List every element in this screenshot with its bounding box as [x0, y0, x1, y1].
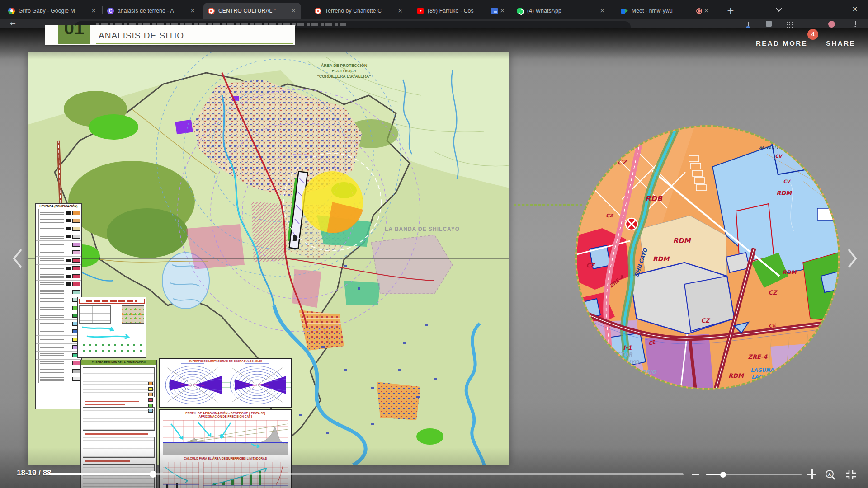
summary-table-1 [83, 367, 155, 397]
apps-grid-icon[interactable] [786, 21, 793, 28]
wind-box-title: SUPERFICIES LIMITADORAS DE OBSTÁCULOS (S… [160, 359, 291, 362]
browser-tab[interactable]: Terreno by Charlotte C× [310, 3, 408, 19]
legend-title: LEYENDA (ZONIFICACIÓN) [36, 204, 81, 209]
picture-in-picture-icon [491, 8, 498, 14]
page-scrubber[interactable] [48, 473, 684, 475]
flow-arrows [78, 324, 146, 342]
legend-row [36, 296, 81, 305]
legend-row [36, 375, 81, 384]
flow-diagram-table [79, 305, 111, 324]
district-label: LA BANDA DE SHILCAYO [385, 226, 460, 232]
browser-tab[interactable]: Canalasis de terreno - A× [103, 3, 200, 19]
tab-close-button[interactable]: × [498, 7, 506, 15]
extensions-icon[interactable] [766, 21, 772, 27]
browser-tab-bar: Grifo Gaby - Google M×Canalasis de terre… [0, 0, 868, 19]
section-number-badge: 01 [58, 25, 90, 44]
zone-label: RDB [645, 194, 662, 203]
notification-badge: 4 [807, 29, 818, 40]
legend-rows [36, 209, 81, 383]
tab-title: Grifo Gaby - Google M [19, 8, 87, 14]
zone-label: RDM [776, 190, 792, 197]
page-scrubber-thumb[interactable] [150, 471, 156, 478]
window-close-button[interactable]: × [844, 0, 865, 18]
legend-row [36, 320, 81, 328]
legend-swatch [72, 282, 80, 286]
zone-label: RDM [728, 372, 744, 379]
page-scrubber-fill [48, 473, 152, 475]
search-zoom-icon[interactable]: A [825, 469, 836, 481]
title-underline [96, 43, 293, 44]
legend-swatch [72, 361, 80, 365]
browser-tab[interactable]: Grifo Gaby - Google M× [4, 3, 101, 19]
next-page-arrow[interactable] [846, 247, 859, 270]
tab-divider [512, 6, 512, 14]
svg-text:A: A [828, 472, 831, 477]
profile-avatar[interactable] [828, 21, 835, 28]
tab-title: Meet - nmw-ywu [632, 8, 692, 14]
youtube-favicon [417, 8, 424, 14]
legend-row [36, 249, 81, 257]
zone-label: ATUMUYO [609, 359, 639, 366]
legend-swatch [72, 227, 80, 231]
legend-row [36, 281, 81, 289]
bottom-gradient-scrim [0, 447, 868, 488]
legend-swatch [72, 243, 80, 247]
legend-swatch [72, 266, 80, 270]
site-analysis-map-page: ÁREA DE PROTECCIÓN ECOLÓGICA "CORDILLERA… [28, 52, 509, 465]
vegetation-dots [80, 342, 144, 354]
legend-row [36, 344, 81, 352]
zoom-connector-line [514, 204, 582, 206]
zoom-slider-thumb[interactable] [720, 472, 726, 478]
issuu-favicon [208, 8, 215, 14]
letter-c-favicon: C [107, 8, 114, 14]
browser-tab[interactable]: Meet - nmw-ywu× [616, 3, 714, 19]
legend-swatch [72, 377, 80, 381]
tab-close-button[interactable]: × [90, 7, 98, 15]
zone-label: RDM [782, 269, 796, 276]
browser-tab[interactable]: (89) Farruko - Cos× [412, 3, 510, 19]
zoom-in-button[interactable] [807, 469, 816, 479]
previous-page-arrow[interactable] [11, 247, 24, 270]
summary-table-2 [83, 407, 155, 431]
zoom-out-button[interactable] [692, 474, 699, 475]
browser-tab[interactable]: (4) WhatsApp× [512, 3, 610, 19]
legend-row [36, 312, 81, 320]
back-button[interactable]: ← [10, 19, 16, 28]
tab-close-button[interactable]: × [702, 7, 710, 15]
flow-diagram-minimap [122, 305, 144, 324]
document-section-header: 01 ANALISIS DE SITIO [45, 25, 295, 45]
browser-tab[interactable]: CENTRO CULTURAL "× [203, 3, 301, 19]
zoning-detail-inset: CZCZCZCZCZRDBRDMRDMRDMRDMRDMCECEI-1ZRE-4… [575, 125, 840, 390]
zone-label: I-1 [623, 344, 632, 351]
legend-row [36, 336, 81, 344]
recording-indicator-icon [696, 8, 702, 14]
window-minimize-button[interactable] [792, 0, 813, 18]
legend-row [36, 304, 81, 312]
google-maps-favicon [8, 8, 15, 14]
zone-label: SECTOR [608, 352, 632, 358]
tables-title: CUADRO RESUMEN DE LA ZONIFICACIÓN [81, 360, 156, 365]
legend-row [36, 272, 81, 281]
exit-fullscreen-icon[interactable] [844, 469, 857, 481]
window-maximize-button[interactable] [818, 0, 839, 18]
legend-row [36, 328, 81, 336]
tab-close-button[interactable]: × [189, 7, 197, 15]
zoom-slider[interactable] [706, 474, 802, 475]
zoning-detail-map [577, 127, 838, 388]
download-icon[interactable] [745, 21, 751, 27]
page-title: ANALISIS DE SITIO [99, 31, 184, 41]
tab-close-button[interactable]: × [598, 7, 606, 15]
zone-label: CZ [769, 289, 777, 296]
share-button[interactable]: SHARE [826, 39, 855, 47]
zone-label: LAGUNA DE [750, 367, 783, 373]
legend-row [36, 352, 81, 360]
legend-row [36, 209, 81, 217]
read-more-button[interactable]: READ MORE [756, 39, 807, 47]
tab-close-button[interactable]: × [396, 7, 404, 15]
tab-title: analasis de terreno - A [118, 8, 186, 14]
tab-search-chevron-icon[interactable] [777, 6, 781, 11]
legend-swatch [72, 211, 80, 215]
browser-menu-icon[interactable] [854, 21, 856, 28]
tab-close-button[interactable]: × [289, 7, 297, 15]
new-tab-button[interactable]: + [724, 5, 737, 17]
